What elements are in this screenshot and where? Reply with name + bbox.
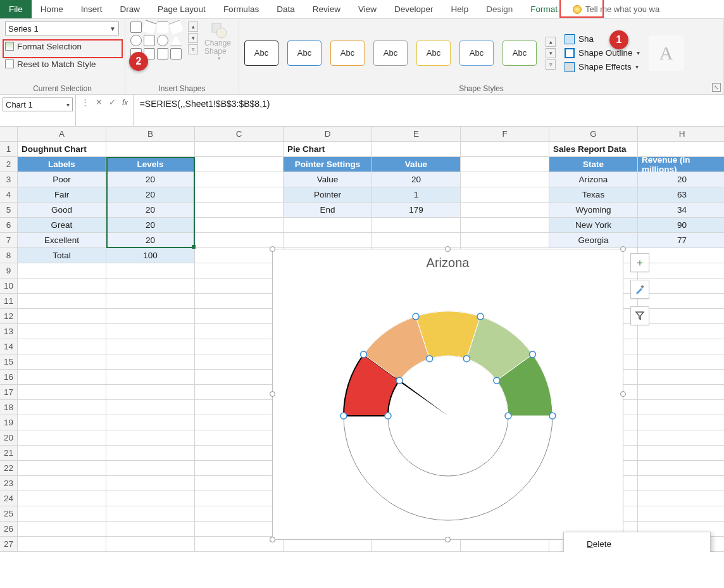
resize-handle[interactable]: [620, 391, 626, 397]
cell-A22[interactable]: [18, 461, 106, 476]
cell-B9[interactable]: [106, 263, 195, 278]
col-header-B[interactable]: B: [106, 127, 195, 142]
cell-B14[interactable]: [106, 339, 195, 354]
cell-E1[interactable]: [372, 142, 461, 157]
cell-B6[interactable]: 20: [106, 218, 195, 233]
cell-B19[interactable]: [106, 415, 195, 430]
cell-F2[interactable]: [461, 157, 549, 172]
resize-handle[interactable]: [445, 246, 451, 252]
cell-C16[interactable]: [195, 370, 284, 385]
cell-H23[interactable]: [638, 476, 724, 491]
cell-F1[interactable]: [461, 142, 549, 157]
style-swatch[interactable]: Abc: [373, 41, 408, 66]
cell-A8[interactable]: Total: [18, 248, 106, 263]
row-header-22[interactable]: 22: [0, 461, 18, 476]
cell-F6[interactable]: [461, 218, 549, 233]
cell-E2[interactable]: Value: [372, 157, 461, 172]
row-header-9[interactable]: 9: [0, 263, 18, 278]
cell-B15[interactable]: [106, 354, 195, 370]
cell-C22[interactable]: [195, 461, 284, 476]
cell-A17[interactable]: [18, 385, 106, 400]
row-header-14[interactable]: 14: [0, 339, 18, 354]
cell-D1[interactable]: Pie Chart: [284, 142, 372, 157]
cell-F3[interactable]: [461, 172, 549, 187]
cell-B18[interactable]: [106, 400, 195, 415]
cell-B12[interactable]: [106, 309, 195, 324]
tab-help[interactable]: Help: [442, 0, 478, 18]
cell-A13[interactable]: [18, 324, 106, 339]
cell-E3[interactable]: 20: [372, 172, 461, 187]
cell-C12[interactable]: [195, 309, 284, 324]
tab-developer[interactable]: Developer: [385, 0, 442, 18]
cell-A20[interactable]: [18, 430, 106, 446]
row-header-19[interactable]: 19: [0, 415, 18, 430]
cell-B20[interactable]: [106, 430, 195, 446]
tab-view[interactable]: View: [349, 0, 385, 18]
cell-C1[interactable]: [195, 142, 284, 157]
cell-H5[interactable]: 34: [638, 203, 724, 218]
cell-D7[interactable]: [284, 233, 372, 248]
cell-A23[interactable]: [18, 476, 106, 491]
cell-H4[interactable]: 63: [638, 187, 724, 203]
style-swatch[interactable]: Abc: [330, 41, 365, 66]
cell-D2[interactable]: Pointer Settings: [284, 157, 372, 172]
cell-C20[interactable]: [195, 430, 284, 446]
cell-H16[interactable]: [638, 370, 724, 385]
chart-elements-button[interactable]: ＋: [630, 253, 649, 272]
cell-B1[interactable]: [106, 142, 195, 157]
name-box[interactable]: Chart 1▾: [0, 95, 76, 126]
resize-handle[interactable]: [270, 391, 275, 397]
cell-B7[interactable]: 20: [106, 233, 195, 248]
cell-B21[interactable]: [106, 446, 195, 461]
row-header-11[interactable]: 11: [0, 294, 18, 309]
cell-C13[interactable]: [195, 324, 284, 339]
style-swatch[interactable]: Abc: [416, 41, 451, 66]
cell-A10[interactable]: [18, 278, 106, 294]
cell-C14[interactable]: [195, 339, 284, 354]
cell-H8[interactable]: [638, 248, 724, 263]
reset-match-style-button[interactable]: Reset to Match Style: [5, 57, 120, 71]
resize-handle[interactable]: [620, 246, 626, 252]
cell-B4[interactable]: 20: [106, 187, 195, 203]
cell-H11[interactable]: [638, 294, 724, 309]
cell-C19[interactable]: [195, 415, 284, 430]
cell-E6[interactable]: [372, 218, 461, 233]
row-header-5[interactable]: 5: [0, 203, 18, 218]
cell-G6[interactable]: New York: [549, 218, 638, 233]
cell-A24[interactable]: [18, 491, 106, 506]
row-header-20[interactable]: 20: [0, 430, 18, 446]
select-all[interactable]: [0, 127, 18, 142]
cell-B10[interactable]: [106, 278, 195, 294]
row-header-17[interactable]: 17: [0, 385, 18, 400]
cell-A5[interactable]: Good: [18, 203, 106, 218]
cell-H25[interactable]: [638, 506, 724, 522]
col-header-H[interactable]: H: [638, 127, 724, 142]
row-header-16[interactable]: 16: [0, 370, 18, 385]
worksheet[interactable]: ABCDEFGHIJ1Doughnut ChartPie ChartSales …: [0, 127, 724, 552]
cell-H19[interactable]: [638, 415, 724, 430]
tab-page-layout[interactable]: Page Layout: [149, 0, 215, 18]
cell-F5[interactable]: [461, 203, 549, 218]
wordart-preview[interactable]: A: [649, 35, 684, 71]
cell-H3[interactable]: 20: [638, 172, 724, 187]
shape-effects-button[interactable]: Shape Effects▾: [565, 62, 640, 72]
row-header-26[interactable]: 26: [0, 522, 18, 537]
cell-F4[interactable]: [461, 187, 549, 203]
cell-G3[interactable]: Arizona: [549, 172, 638, 187]
cell-A25[interactable]: [18, 506, 106, 522]
cell-C5[interactable]: [195, 203, 284, 218]
cell-C25[interactable]: [195, 506, 284, 522]
chart-object[interactable]: Arizona: [272, 249, 623, 540]
cell-B2[interactable]: Levels: [106, 157, 195, 172]
cell-A11[interactable]: [18, 294, 106, 309]
cell-C21[interactable]: [195, 446, 284, 461]
cell-G4[interactable]: Texas: [549, 187, 638, 203]
cell-A1[interactable]: Doughnut Chart: [18, 142, 106, 157]
cell-G1[interactable]: Sales Report Data: [549, 142, 638, 157]
cell-E4[interactable]: 1: [372, 187, 461, 203]
row-header-23[interactable]: 23: [0, 476, 18, 491]
cell-D6[interactable]: [284, 218, 372, 233]
cell-B11[interactable]: [106, 294, 195, 309]
cell-A9[interactable]: [18, 263, 106, 278]
cell-C9[interactable]: [195, 263, 284, 278]
